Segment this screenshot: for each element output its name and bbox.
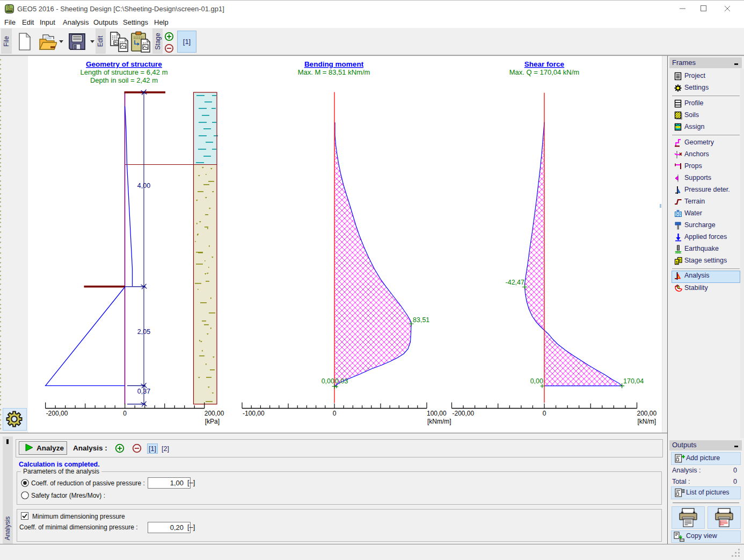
svg-text:200,00: 200,00 [637, 410, 657, 417]
svg-text:4,00: 4,00 [137, 182, 150, 190]
svg-text:200,00: 200,00 [205, 410, 224, 417]
svg-text:[kPa]: [kPa] [205, 418, 220, 425]
svg-text:2,05: 2,05 [137, 328, 150, 336]
svg-text:[kN/m]: [kN/m] [638, 418, 657, 425]
svg-text:Length of structure = 6,42 m: Length of structure = 6,42 m [81, 68, 168, 76]
svg-text:-200,00: -200,00 [453, 410, 475, 417]
svg-text:Shear force: Shear force [524, 60, 565, 68]
svg-text:0,37: 0,37 [137, 388, 150, 395]
svg-text:-200,00: -200,00 [46, 410, 68, 417]
svg-text:0: 0 [123, 410, 127, 417]
svg-text:Bending moment: Bending moment [304, 60, 364, 68]
svg-text:Geometry of structure: Geometry of structure [86, 60, 162, 68]
svg-text:Max. M = 83,51 kNm/m: Max. M = 83,51 kNm/m [298, 68, 370, 76]
svg-text:170,04: 170,04 [623, 377, 644, 385]
svg-text:100,00: 100,00 [427, 410, 447, 417]
svg-text:Max. Q = 170,04 kN/m: Max. Q = 170,04 kN/m [509, 68, 579, 76]
svg-text:Depth in soil = 2,42 m: Depth in soil = 2,42 m [90, 76, 158, 84]
svg-text:0,03: 0,03 [335, 377, 348, 385]
svg-text:0: 0 [333, 410, 337, 417]
svg-text:[kNm/m]: [kNm/m] [427, 418, 451, 425]
svg-text:-42,47: -42,47 [506, 279, 524, 286]
svg-text:0,00: 0,00 [530, 377, 543, 385]
svg-text:83,51: 83,51 [413, 316, 429, 324]
svg-text:0: 0 [543, 410, 546, 417]
svg-text:0,00: 0,00 [322, 377, 334, 385]
svg-text:1: 1 [675, 259, 678, 264]
svg-text:-100,00: -100,00 [243, 410, 265, 417]
